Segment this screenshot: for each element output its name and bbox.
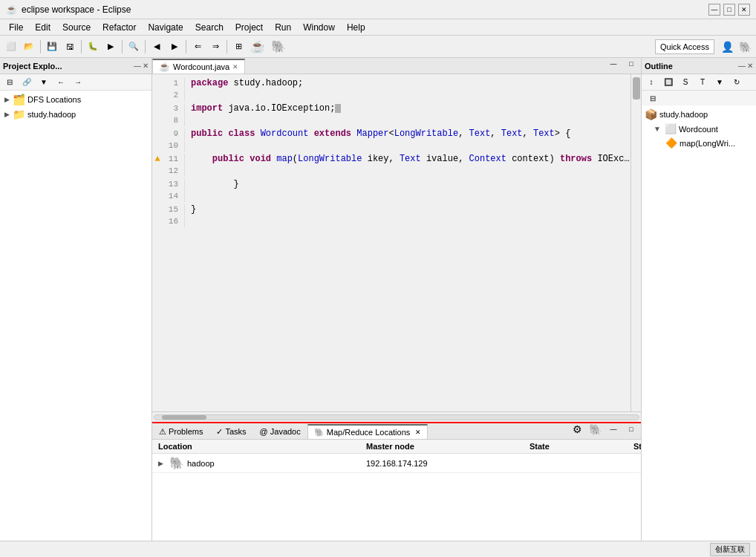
tab-mapreduce[interactable]: 🐘 Map/Reduce Locations ✕ — [307, 424, 428, 439]
row-expand-arrow[interactable]: ▶ — [158, 460, 163, 467]
dfs-icon: 🗂️ — [13, 94, 25, 105]
view-menu-button[interactable]: ▼ — [36, 74, 52, 91]
menu-source[interactable]: Source — [56, 21, 97, 34]
perspective-button[interactable]: ⊞ — [230, 39, 247, 55]
warning-icon: ▲ — [154, 153, 160, 166]
panel-close-button[interactable]: ✕ — [143, 62, 149, 70]
code-editor[interactable]: 1 package study.hadoop; 2 3 import java.… — [152, 74, 630, 411]
outline-hide-fields-button[interactable]: 🔲 — [660, 74, 677, 91]
col-state: State — [529, 442, 633, 451]
maximize-button[interactable]: □ — [723, 4, 735, 16]
code-line-16: 16 — [152, 216, 630, 229]
outline-close-button[interactable]: ✕ — [747, 62, 753, 70]
status-bar: 创新互联 — [0, 541, 756, 557]
panel-min-button[interactable]: — — [134, 62, 141, 70]
menu-project[interactable]: Project — [229, 21, 269, 34]
table-header-row: Location Master node State Status — [152, 440, 641, 454]
minimize-editor-button[interactable]: — — [605, 56, 622, 72]
java-perspective[interactable]: ☕ — [248, 39, 267, 55]
prev-edit-button[interactable]: ⇐ — [189, 39, 206, 55]
collapse-all-button[interactable]: ⊟ — [1, 74, 18, 91]
tab-close-icon[interactable]: ✕ — [232, 63, 238, 71]
outline-sort-button[interactable]: ↕ — [643, 74, 659, 91]
scrollbar-thumb[interactable] — [633, 77, 640, 100]
outline-collapse-all[interactable]: ⊟ — [645, 90, 661, 106]
close-button[interactable]: ✕ — [738, 4, 750, 16]
outline-class[interactable]: ▼ ⬜ Wordcount — [642, 122, 756, 136]
tab-mapreduce-close[interactable]: ✕ — [415, 429, 421, 436]
tab-mapreduce-label: Map/Reduce Locations — [327, 428, 411, 437]
link-editor-button[interactable]: 🔗 — [19, 74, 35, 91]
open-button[interactable]: 📂 — [21, 39, 37, 55]
menu-refactor[interactable]: Refactor — [97, 21, 142, 34]
mapreduce-content: Location Master node State Status ▶ 🐘 ha… — [152, 440, 641, 541]
mapreduce-perspective[interactable]: 🐘 — [269, 39, 288, 55]
outline-filter-button[interactable]: ▼ — [711, 74, 728, 91]
expand-arrow-study[interactable]: ▶ — [3, 111, 10, 118]
elephant-icon[interactable]: 🐘 — [737, 39, 753, 55]
h-scroll-track[interactable] — [154, 414, 639, 420]
next-edit-button[interactable]: ⇒ — [207, 39, 224, 55]
forward-button[interactable]: ▶ — [166, 39, 183, 55]
person-icon[interactable]: 👤 — [719, 39, 735, 55]
outline-hide-types-button[interactable]: T — [694, 74, 711, 91]
col-masternode: Master node — [366, 442, 529, 451]
maximize-editor-button[interactable]: □ — [623, 56, 639, 72]
menu-file[interactable]: File — [3, 21, 29, 34]
location-name: hadoop — [187, 459, 215, 468]
problems-icon: ⚠ — [159, 427, 166, 437]
code-line-9: 9 public class Wordcount extends Mapper<… — [152, 128, 630, 140]
tab-javadoc[interactable]: @ Javadoc — [253, 424, 307, 439]
code-line-14: 14 — [152, 191, 630, 203]
tree-item-dfs[interactable]: ▶ 🗂️ DFS Locations — [0, 92, 151, 107]
bottom-minimize-button[interactable]: — — [605, 421, 622, 437]
outline-package[interactable]: 📦 study.hadoop — [642, 107, 756, 122]
back-button[interactable]: ◀ — [149, 39, 165, 55]
project-explorer-title: Project Explo... — [3, 62, 62, 71]
outline-tree: 📦 study.hadoop ▼ ⬜ Wordcount 🔶 map(LongW… — [642, 105, 756, 541]
save-button[interactable]: 💾 — [44, 39, 60, 55]
bottom-panel: ⚠ Problems ✓ Tasks @ Javadoc 🐘 Map/Reduc… — [152, 422, 641, 541]
bottom-actions-button[interactable]: ⚙ — [569, 421, 585, 437]
outline-hide-static-button[interactable]: S — [677, 74, 694, 91]
outline-sync-button[interactable]: ↻ — [729, 74, 745, 91]
editor-vertical-scrollbar[interactable] — [630, 74, 641, 411]
h-scroll-thumb[interactable] — [162, 415, 206, 420]
code-line-8: 8 — [152, 115, 630, 128]
outline-method[interactable]: 🔶 map(LongWri... — [642, 136, 756, 150]
bottom-maximize-button[interactable]: □ — [623, 421, 639, 437]
tab-problems[interactable]: ⚠ Problems — [152, 424, 209, 439]
forward-nav-button[interactable]: → — [70, 74, 86, 91]
menu-edit[interactable]: Edit — [29, 21, 56, 34]
menu-bar: File Edit Source Refactor Navigate Searc… — [0, 19, 756, 36]
debug-button[interactable]: 🐛 — [85, 39, 101, 55]
expand-arrow-class[interactable]: ▼ — [654, 125, 661, 133]
watermark-button[interactable]: 创新互联 — [710, 543, 750, 556]
new-button[interactable]: ⬜ — [3, 39, 19, 55]
tab-tasks[interactable]: ✓ Tasks — [209, 424, 252, 439]
save-all-button[interactable]: 🖫 — [62, 39, 78, 55]
quick-access-field[interactable]: Quick Access — [655, 39, 714, 54]
java-file-icon: ☕ — [159, 62, 170, 72]
menu-navigate[interactable]: Navigate — [142, 21, 189, 34]
menu-search[interactable]: Search — [189, 21, 229, 34]
tree-item-study[interactable]: ▶ 📁 study.hadoop — [0, 107, 151, 122]
toolbar-separator-5 — [186, 40, 186, 53]
tab-label: Wordcount.java — [173, 62, 229, 71]
menu-run[interactable]: Run — [269, 21, 297, 34]
dfs-label: DFS Locations — [27, 95, 81, 104]
project-explorer-header: Project Explo... — ✕ — [0, 58, 151, 74]
outline-min-button[interactable]: — — [738, 62, 746, 70]
back-nav-button[interactable]: ← — [53, 74, 69, 91]
bottom-elephant-button[interactable]: 🐘 — [587, 421, 604, 437]
menu-help[interactable]: Help — [341, 21, 371, 34]
expand-arrow-dfs[interactable]: ▶ — [3, 96, 10, 103]
menu-window[interactable]: Window — [297, 21, 341, 34]
code-line-3: 3 import java.io.IOException; — [152, 102, 630, 115]
run-button[interactable]: ▶ — [102, 39, 119, 55]
minimize-button[interactable]: — — [708, 4, 720, 16]
table-row[interactable]: ▶ 🐘 hadoop 192.168.174.129 — [152, 454, 641, 473]
bottom-tab-bar: ⚠ Problems ✓ Tasks @ Javadoc 🐘 Map/Reduc… — [152, 423, 641, 440]
tab-wordcount[interactable]: ☕ Wordcount.java ✕ — [152, 59, 245, 74]
search-button[interactable]: 🔍 — [126, 39, 142, 55]
